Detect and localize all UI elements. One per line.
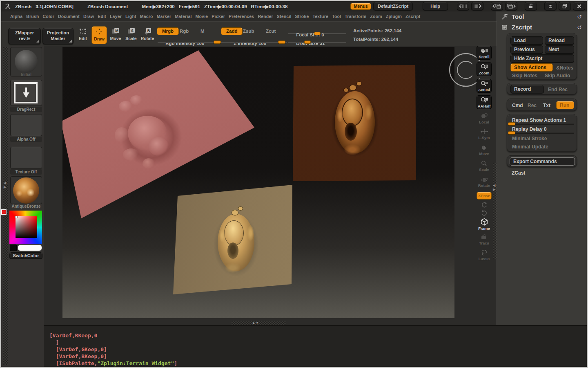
skip-audio-toggle[interactable]: Skip Audio xyxy=(545,73,570,79)
color-picker[interactable] xyxy=(9,211,42,244)
mrgb-button[interactable]: Mrgb xyxy=(157,27,179,35)
menu-item-preferences[interactable]: Preferences xyxy=(229,14,254,19)
zcut-button[interactable]: Zcut xyxy=(266,29,276,34)
xpose-button[interactable]: XPose xyxy=(477,192,492,200)
replay-delay-track[interactable] xyxy=(510,133,574,134)
menu-item-macro[interactable]: Macro xyxy=(140,14,153,19)
menu-item-alpha[interactable]: Alpha xyxy=(10,14,22,19)
undo-rotate-button[interactable] xyxy=(477,201,492,209)
zscript-reset-icon[interactable]: ↺ xyxy=(577,24,582,31)
saturation-value-square[interactable] xyxy=(16,216,37,238)
export-commands-button[interactable]: Export Commands xyxy=(510,157,575,166)
rotate-button[interactable]: R Rotate xyxy=(140,27,155,41)
tray-resize-arrows-icon[interactable]: ▲▼ xyxy=(252,321,259,325)
local-button[interactable]: Local xyxy=(477,112,492,124)
repeat-show-actions-handle[interactable] xyxy=(508,122,515,126)
lsym-button[interactable]: L.Sym xyxy=(477,128,492,140)
end-rec-button[interactable]: End Rec xyxy=(548,87,568,92)
zsub-button[interactable]: Zsub xyxy=(243,29,254,34)
show-actions-button[interactable]: Show Actions xyxy=(510,63,553,72)
tracs-button[interactable]: Tracs xyxy=(477,233,492,245)
tray-collapse-arrows-icon[interactable]: ◀▶ xyxy=(4,181,6,189)
menu-item-tool[interactable]: Tool xyxy=(332,14,341,19)
aahalf-button[interactable]: AAHalf xyxy=(477,95,492,109)
tool-reset-icon[interactable]: ↺ xyxy=(577,13,582,20)
minimal-update-toggle[interactable]: Minimal Update xyxy=(512,144,548,150)
run-toggle[interactable]: Run xyxy=(556,101,574,109)
next-button[interactable]: Next xyxy=(545,45,574,54)
menu-item-stencil[interactable]: Stencil xyxy=(277,14,292,19)
rgb-intensity-track[interactable] xyxy=(158,42,223,43)
replay-delay-handle[interactable] xyxy=(508,131,515,135)
alpha-thumbnail[interactable] xyxy=(10,114,42,136)
scale-view-button[interactable]: Scale xyxy=(477,160,492,172)
restore-icon[interactable] xyxy=(559,2,571,10)
reload-button[interactable]: Reload xyxy=(545,36,574,45)
projection-master-button[interactable]: Projection Master xyxy=(42,28,74,44)
previous-button[interactable]: Previous xyxy=(510,45,543,54)
shrink-right-icon[interactable] xyxy=(471,2,483,10)
draw-size-track[interactable] xyxy=(288,42,346,43)
menu-item-render[interactable]: Render xyxy=(258,14,273,19)
shrink-left-icon[interactable] xyxy=(457,2,469,10)
canvas[interactable] xyxy=(62,47,454,318)
menu-item-zscript[interactable]: Zscript xyxy=(405,14,420,19)
draw-size-handle[interactable] xyxy=(304,40,311,44)
menu-item-zplugin[interactable]: Zplugin xyxy=(386,14,402,19)
zoom-button[interactable]: Zoom xyxy=(477,62,492,76)
hide-zscript-button[interactable]: Hide Zscript xyxy=(510,54,574,63)
menu-item-marker[interactable]: Marker xyxy=(157,14,172,19)
menu-item-draw[interactable]: Draw xyxy=(83,14,94,19)
menu-item-edit[interactable]: Edit xyxy=(98,14,106,19)
lasso-button[interactable]: Lasso xyxy=(477,249,492,261)
scale-button[interactable]: S Scale xyxy=(123,27,139,41)
menu-item-document[interactable]: Document xyxy=(58,14,80,19)
menu-item-stroke[interactable]: Stroke xyxy=(295,14,309,19)
primary-color-swatch[interactable] xyxy=(18,245,42,251)
default-zscript-button[interactable]: DefaultZScript xyxy=(373,2,413,10)
record-button[interactable]: Record xyxy=(510,85,544,93)
rgb-button[interactable]: Rgb xyxy=(180,29,189,34)
switch-color-button[interactable]: SwitchColor xyxy=(9,252,42,259)
z-intensity-track[interactable] xyxy=(222,42,287,43)
prev-document-icon[interactable] xyxy=(491,2,503,10)
and-notes-toggle[interactable]: &Notes xyxy=(556,65,573,71)
redo-rotate-button[interactable] xyxy=(477,209,492,217)
zcast-label[interactable]: ZCast xyxy=(512,170,525,176)
frame-button[interactable]: Frame xyxy=(477,218,492,231)
txt-toggle[interactable]: Txt xyxy=(543,103,550,108)
texture-thumbnail[interactable] xyxy=(10,147,42,169)
repeat-show-actions-track[interactable] xyxy=(510,124,574,125)
zadd-button[interactable]: Zadd xyxy=(221,27,243,35)
menu-item-texture[interactable]: Texture xyxy=(313,14,329,19)
move-button[interactable]: M Move xyxy=(108,27,123,41)
zmapper-button[interactable]: ZMapper rev-E xyxy=(8,28,41,44)
menu-item-layer[interactable]: Layer xyxy=(110,14,122,19)
minimize-icon[interactable] xyxy=(544,2,557,10)
rgb-intensity-handle[interactable] xyxy=(214,40,221,44)
menu-item-brush[interactable]: Brush xyxy=(26,14,39,19)
minimal-stroke-toggle[interactable]: Minimal Stroke xyxy=(512,136,547,141)
menu-item-material[interactable]: Material xyxy=(175,14,192,19)
stroke-thumbnail[interactable] xyxy=(10,80,42,106)
right-tray-collapse-arrows-icon[interactable]: ◀▶ xyxy=(493,184,495,192)
left-tray-divider[interactable] xyxy=(3,47,8,365)
move-view-button[interactable]: Move xyxy=(477,144,492,156)
scroll-button[interactable]: Scroll xyxy=(477,46,492,60)
cmd-toggle[interactable]: Cmd xyxy=(512,103,523,108)
right-tray-divider[interactable] xyxy=(493,163,497,259)
rec-toggle[interactable]: Rec xyxy=(528,103,537,108)
load-button[interactable]: Load xyxy=(510,36,543,45)
menu-item-transform[interactable]: Transform xyxy=(345,14,366,19)
menu-item-picker[interactable]: Picker xyxy=(212,14,225,19)
actual-button[interactable]: Actual xyxy=(477,79,492,93)
menu-item-zoom[interactable]: Zoom xyxy=(370,14,382,19)
zscript-editor[interactable]: [VarDef,RKeep,0 ] [VarDef,GKeep,0] [VarD… xyxy=(44,325,588,367)
m-button[interactable]: M xyxy=(200,29,205,34)
draw-button[interactable]: Draw xyxy=(91,26,107,44)
menu-item-light[interactable]: Light xyxy=(125,14,136,19)
tool-palette-header[interactable]: Tool xyxy=(501,13,524,20)
next-document-icon[interactable] xyxy=(505,2,517,10)
rotate-view-button[interactable]: Rotate xyxy=(477,176,492,188)
menu-item-movie[interactable]: Movie xyxy=(196,14,208,19)
